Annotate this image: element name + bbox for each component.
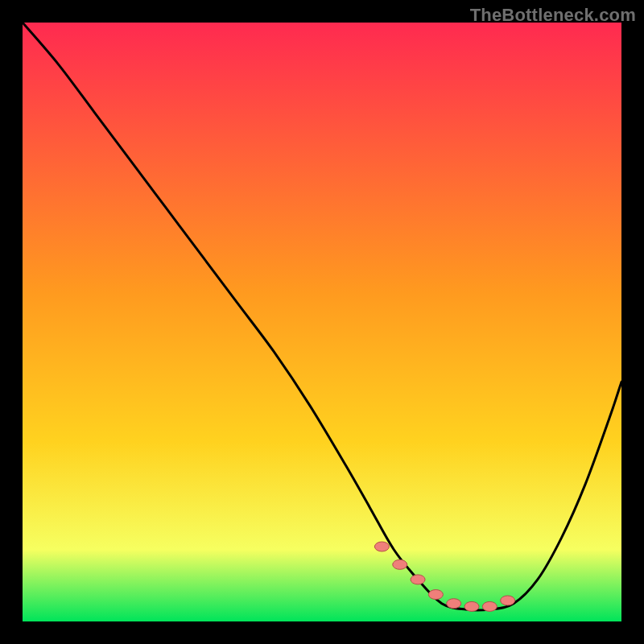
optimal-marker bbox=[393, 559, 407, 569]
heat-background bbox=[23, 23, 621, 621]
optimal-marker bbox=[374, 542, 389, 551]
optimal-marker bbox=[464, 601, 479, 611]
optimal-marker bbox=[482, 601, 497, 611]
optimal-marker bbox=[447, 599, 461, 609]
chart-frame: TheBottleneck.com bbox=[0, 0, 644, 644]
bottleneck-chart bbox=[23, 23, 621, 621]
optimal-marker bbox=[501, 596, 515, 605]
optimal-marker bbox=[428, 590, 443, 600]
optimal-marker bbox=[411, 575, 425, 584]
